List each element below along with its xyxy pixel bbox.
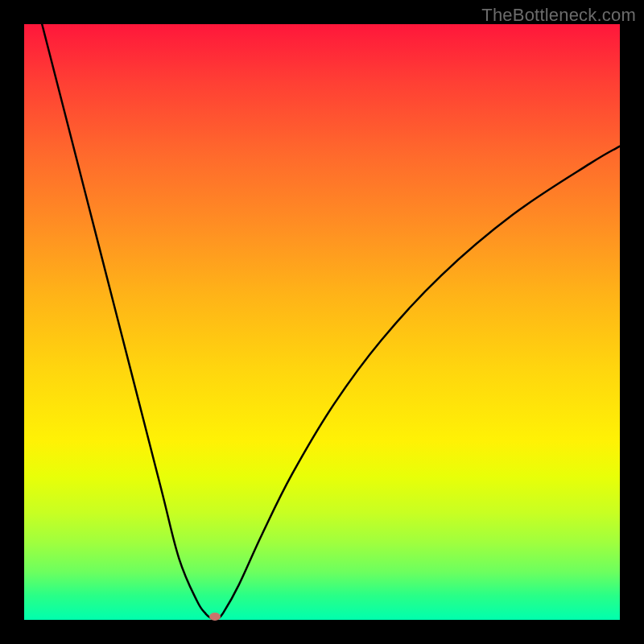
curve-svg <box>24 24 620 620</box>
chart-frame: TheBottleneck.com <box>0 0 644 644</box>
plot-area <box>24 24 620 620</box>
optimal-marker <box>209 613 221 621</box>
watermark-text: TheBottleneck.com <box>481 5 636 26</box>
bottleneck-curve <box>42 24 620 620</box>
